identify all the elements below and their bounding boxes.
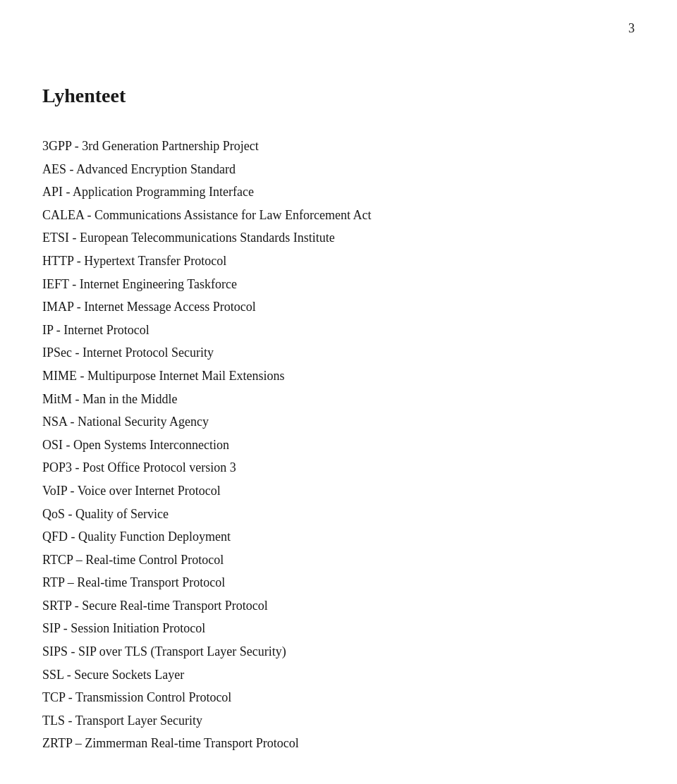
list-item: SRTP - Secure Real-time Transport Protoc…	[42, 595, 635, 617]
list-item: IP - Internet Protocol	[42, 319, 635, 341]
list-item: 3GPP - 3rd Generation Partnership Projec…	[42, 135, 635, 157]
list-item: IPSec - Internet Protocol Security	[42, 342, 635, 364]
list-item: OSI - Open Systems Interconnection	[42, 434, 635, 456]
list-item: ETSI - European Telecommunications Stand…	[42, 227, 635, 249]
list-item: CALEA - Communications Assistance for La…	[42, 204, 635, 226]
list-item: ZRTP – Zimmerman Real-time Transport Pro…	[42, 733, 635, 754]
list-item: NSA - National Security Agency	[42, 411, 635, 433]
list-item: RTP – Real-time Transport Protocol	[42, 572, 635, 594]
list-item: POP3 - Post Office Protocol version 3	[42, 457, 635, 479]
list-item: TCP - Transmission Control Protocol	[42, 687, 635, 709]
list-item: MitM - Man in the Middle	[42, 388, 635, 410]
abbreviation-list: 3GPP - 3rd Generation Partnership Projec…	[42, 135, 635, 754]
list-item: TLS - Transport Layer Security	[42, 710, 635, 732]
list-item: IEFT - Internet Engineering Taskforce	[42, 274, 635, 295]
page-container: 3 Lyhenteet 3GPP - 3rd Generation Partne…	[0, 0, 677, 784]
list-item: VoIP - Voice over Internet Protocol	[42, 480, 635, 502]
list-item: HTTP - Hypertext Transfer Protocol	[42, 250, 635, 272]
list-item: QoS - Quality of Service	[42, 503, 635, 525]
page-number: 3	[628, 21, 635, 36]
list-item: QFD - Quality Function Deployment	[42, 526, 635, 548]
list-item: SIPS - SIP over TLS (Transport Layer Sec…	[42, 641, 635, 663]
list-item: SSL - Secure Sockets Layer	[42, 664, 635, 686]
list-item: SIP - Session Initiation Protocol	[42, 618, 635, 639]
list-item: AES - Advanced Encryption Standard	[42, 159, 635, 180]
list-item: IMAP - Internet Message Access Protocol	[42, 296, 635, 318]
list-item: RTCP – Real-time Control Protocol	[42, 549, 635, 571]
page-title: Lyhenteet	[42, 85, 635, 107]
list-item: MIME - Multipurpose Internet Mail Extens…	[42, 365, 635, 387]
list-item: API - Application Programming Interface	[42, 181, 635, 203]
